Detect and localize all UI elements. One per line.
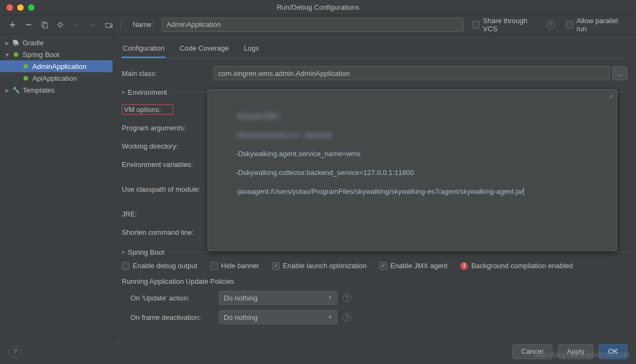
tree-label: Gradle — [23, 39, 44, 47]
remove-configuration-button[interactable] — [23, 19, 34, 31]
enable-debug-checkbox[interactable]: Enable debug output — [122, 262, 197, 270]
chevron-down-icon: ▼ — [328, 295, 333, 300]
share-vcs-checkbox[interactable]: Share through VCS ? — [472, 17, 555, 33]
dialog-footer: ? Cancel Apply OK — [0, 338, 636, 364]
help-button[interactable]: ? — [9, 345, 22, 358]
enable-jmx-checkbox[interactable]: Enable JMX agent — [379, 262, 447, 270]
working-directory-label: Working directory: — [122, 142, 213, 150]
separator — [120, 20, 121, 29]
bg-compilation-warning: !Background compilation enabled — [460, 262, 573, 270]
move-up-button[interactable] — [71, 19, 82, 31]
traffic-lights — [0, 4, 34, 11]
copy-configuration-button[interactable] — [39, 19, 51, 31]
tree-item-admin-application[interactable]: ⬢ AdminApplication — [0, 60, 113, 72]
tab-code-coverage[interactable]: Code Coverage — [178, 41, 230, 58]
tree-item-templates[interactable]: ▸ 🔧 Templates — [0, 84, 113, 96]
vm-options-label: VM options: — [122, 104, 173, 115]
main-class-input[interactable] — [213, 66, 610, 80]
help-icon[interactable]: ? — [343, 313, 351, 321]
close-window-icon[interactable] — [6, 4, 13, 11]
warning-icon: ! — [460, 262, 468, 270]
separator-line — [168, 252, 627, 253]
tab-configuration[interactable]: Configuration — [122, 41, 165, 58]
svg-rect-1 — [44, 23, 47, 28]
apply-button[interactable]: Apply — [558, 344, 594, 359]
window-title: Run/Debug Configurations — [276, 3, 359, 11]
edit-templates-button[interactable] — [55, 19, 67, 31]
tabs: Configuration Code Coverage Logs — [122, 41, 627, 58]
gradle-icon: 🐘 — [12, 38, 20, 47]
move-down-button[interactable] — [87, 19, 99, 31]
running-policies-label: Running Application Update Policies — [122, 277, 627, 285]
jre-label: JRE: — [122, 210, 213, 218]
tree-item-api-application[interactable]: ⬢ ApiApplication — [0, 72, 113, 84]
titlebar: Run/Debug Configurations — [0, 0, 636, 15]
share-vcs-label: Share through VCS — [483, 17, 543, 33]
chevron-down-icon: ▼ — [328, 314, 333, 320]
chevron-down-icon: ▾ — [122, 89, 125, 95]
tree-label: ApiApplication — [32, 74, 77, 82]
tree-item-gradle[interactable]: ▸ 🐘 Gradle — [0, 37, 113, 48]
maximize-window-icon[interactable] — [28, 4, 34, 11]
obscured-text: -Dxxxxx=DEV — [236, 111, 279, 121]
allow-parallel-label: Allow parallel run — [577, 17, 630, 33]
toolbar: Name: Share through VCS ? Allow parallel… — [0, 15, 636, 34]
cancel-button[interactable]: Cancel — [512, 344, 552, 359]
checkbox-box — [472, 21, 480, 29]
vm-option-line: -Dskywalking.agent.service_name=wms — [236, 150, 361, 158]
chevron-down-icon: ▾ — [4, 52, 10, 57]
tree-label: AdminApplication — [32, 62, 86, 71]
shorten-cmd-label: Shorten command line: — [122, 228, 213, 236]
name-input[interactable] — [162, 18, 464, 32]
spring-boot-icon: ⬢ — [12, 50, 20, 59]
tree-label: Spring Boot — [23, 51, 59, 59]
help-icon[interactable]: ? — [343, 293, 351, 302]
allow-parallel-checkbox[interactable]: Allow parallel run — [566, 17, 630, 33]
section-title: Spring Boot — [128, 248, 164, 256]
svg-point-2 — [59, 23, 62, 26]
browse-class-button[interactable]: ... — [612, 66, 627, 80]
on-update-label: On 'Update' action: — [130, 294, 219, 302]
on-frame-select[interactable]: Do nothing▼ — [219, 310, 337, 324]
hide-banner-checkbox[interactable]: Hide banner — [210, 262, 259, 270]
tree-label: Templates — [23, 86, 54, 94]
checkbox-box — [566, 21, 573, 29]
vm-options-textarea[interactable]: ⤢ -Dxxxxx=DEV -Dxxxxxxxxxxxx.x.x= xxxxxx… — [208, 89, 617, 251]
ok-button[interactable]: OK — [599, 344, 627, 359]
folder-button[interactable] — [103, 19, 115, 31]
tab-logs[interactable]: Logs — [243, 41, 260, 58]
add-configuration-button[interactable] — [6, 19, 18, 31]
chevron-right-icon: ▸ — [4, 40, 10, 45]
minimize-window-icon[interactable] — [17, 4, 24, 11]
section-title: Environment — [128, 88, 167, 96]
environment-variables-label: Environment variables: — [122, 160, 213, 169]
on-frame-label: On frame deactivation: — [130, 313, 219, 321]
use-classpath-label: Use classpath of module: — [122, 185, 213, 193]
tree-item-spring-boot[interactable]: ▾ ⬢ Spring Boot — [0, 48, 113, 60]
content-panel: Configuration Code Coverage Logs Main cl… — [113, 34, 636, 338]
vm-option-line: -javaagent:/Users/yutao/ProgramFiles/sky… — [236, 187, 523, 195]
collapse-icon[interactable]: ⤢ — [609, 92, 613, 101]
obscured-text: -Dxxxxxxxxxxxx.x.x= xxxxxxxx — [236, 130, 332, 139]
configurations-tree: ▸ 🐘 Gradle ▾ ⬢ Spring Boot ⬢ AdminApplic… — [0, 34, 113, 338]
spring-boot-icon: ⬢ — [22, 74, 30, 82]
text-cursor — [523, 187, 526, 195]
on-update-select[interactable]: Do nothing▼ — [219, 291, 337, 305]
enable-launch-opt-checkbox[interactable]: Enable launch optimization — [272, 262, 367, 270]
spring-boot-icon: ⬢ — [22, 62, 30, 71]
help-icon[interactable]: ? — [547, 20, 555, 29]
program-arguments-label: Program arguments: — [122, 124, 213, 132]
wrench-icon: 🔧 — [12, 86, 20, 94]
main-class-label: Main class: — [122, 69, 213, 78]
vm-option-line: -Dskywalking.collector.backend_service=1… — [236, 169, 414, 177]
chevron-right-icon: ▸ — [4, 87, 10, 93]
chevron-down-icon: ▾ — [122, 249, 125, 255]
name-label: Name: — [133, 20, 153, 29]
